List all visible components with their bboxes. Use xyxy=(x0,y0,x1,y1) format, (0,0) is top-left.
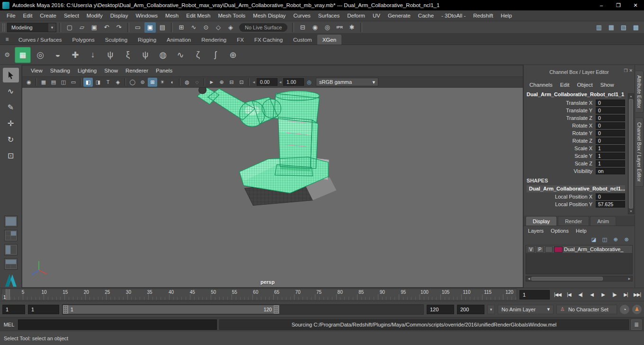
layer-color-swatch[interactable] xyxy=(554,246,563,253)
menu-mesh-display[interactable]: Mesh Display xyxy=(249,10,289,21)
xgen-shelf-icon[interactable]: ↓ xyxy=(85,47,101,63)
viewport-3d[interactable]: persp xyxy=(22,88,523,287)
xgen-shelf-icon[interactable]: ▦ xyxy=(15,47,31,63)
frame-selected-icon[interactable]: ⊡ xyxy=(237,78,246,87)
tab-render[interactable]: Render xyxy=(558,216,589,226)
current-frame-field[interactable]: 1 xyxy=(519,290,550,300)
shelf-tab-rigging[interactable]: Rigging xyxy=(133,35,161,45)
xgen-shelf-icon[interactable]: ʃ xyxy=(207,47,224,63)
animation-end-field[interactable]: 200 xyxy=(457,305,484,314)
grid-toggle-icon[interactable]: ▦ xyxy=(39,78,48,87)
playback-options-button[interactable]: ◔ xyxy=(620,305,629,314)
menu-display[interactable]: Display xyxy=(107,10,132,21)
channel-value-field[interactable]: 0 xyxy=(596,107,625,114)
channel-value-field[interactable]: 1 xyxy=(596,145,625,152)
color-management-toggle-icon[interactable]: ◎ xyxy=(304,78,314,87)
shape-node-name[interactable]: Dual_Arm_Collaborative_Robot_ncl1... xyxy=(527,185,625,192)
menu-set-selector[interactable]: Modeling ▾ xyxy=(7,23,56,32)
lasso-tool-button[interactable]: ∿ xyxy=(3,84,19,99)
motion-blur-toggle-icon[interactable]: ⊞ xyxy=(148,78,157,87)
go-to-end-button[interactable]: ▶▶| xyxy=(632,290,643,300)
close-panel-icon[interactable]: ✕ xyxy=(629,68,633,73)
xgen-shelf-icon[interactable]: ∿ xyxy=(172,47,188,63)
xgen-shelf-icon[interactable]: ζ xyxy=(190,47,206,63)
animation-preferences-button[interactable]: ♟ xyxy=(632,305,642,314)
animation-start-field[interactable]: 1 xyxy=(2,305,25,314)
menu-edit[interactable]: Edit xyxy=(19,10,36,21)
select-camera-icon[interactable]: ◉ xyxy=(24,78,34,87)
use-all-lights-icon[interactable]: ◈ xyxy=(113,78,123,87)
menu-mesh[interactable]: Mesh xyxy=(161,10,182,21)
plugin-display-icon[interactable]: ► xyxy=(207,78,216,87)
menu-file[interactable]: File xyxy=(3,10,19,21)
menu-modify[interactable]: Modify xyxy=(83,10,107,21)
channel-label[interactable]: Scale Z xyxy=(575,161,592,166)
select-component-mask-button[interactable]: ▤ xyxy=(157,22,168,33)
group-separator[interactable] xyxy=(360,23,362,32)
redo-button[interactable]: ↷ xyxy=(113,22,125,33)
playback-range-bar[interactable]: 1 120 xyxy=(63,305,279,314)
channel-label[interactable]: Translate X xyxy=(566,100,592,106)
resolution-gate-icon[interactable]: ◫ xyxy=(59,78,68,87)
menu-help[interactable]: Help xyxy=(497,10,516,21)
channel-label[interactable]: Local Position X xyxy=(555,194,592,200)
xgen-shelf-icon[interactable]: ◒ xyxy=(50,47,66,63)
xgen-shelf-icon[interactable]: ◍ xyxy=(155,47,171,63)
timeline-playhead[interactable] xyxy=(6,289,10,300)
shelf-tab-animation[interactable]: Animation xyxy=(161,35,196,45)
attribute-editor-toggle-icon[interactable]: ▦ xyxy=(606,22,617,33)
channel-label[interactable]: Scale X xyxy=(574,145,592,151)
group-separator[interactable] xyxy=(171,23,173,32)
minimize-button[interactable]: – xyxy=(593,0,610,10)
move-layer-down-icon[interactable]: ◫ xyxy=(600,236,609,243)
command-result[interactable]: Sourcing C:/ProgramData/Redshift/Plugins… xyxy=(219,319,629,330)
layer-row[interactable]: V P Dual_Arm_Collaborative_ xyxy=(526,245,632,254)
group-separator[interactable] xyxy=(127,23,129,32)
tab-attribute-editor[interactable]: Attribute Editor xyxy=(635,71,644,113)
menu-options[interactable]: Options xyxy=(551,228,569,234)
snap-to-grid-button[interactable]: ⊞ xyxy=(176,22,187,33)
range-slider-track[interactable]: 1 120 xyxy=(62,304,424,315)
menu-3dtoall[interactable]: - 3DtoAll - xyxy=(438,10,469,21)
shelf-tab-fx-caching[interactable]: FX Caching xyxy=(249,35,288,45)
menu-cache[interactable]: Cache xyxy=(414,10,438,21)
play-backwards-button[interactable]: ◀ xyxy=(586,290,597,300)
menu-surfaces[interactable]: Surfaces xyxy=(314,10,343,21)
paint-select-tool-button[interactable]: ✎ xyxy=(3,100,19,115)
script-editor-icon[interactable]: ≣ xyxy=(631,319,642,330)
float-panel-icon[interactable]: ❐ xyxy=(624,68,627,73)
layout-four-pane-button[interactable] xyxy=(4,230,18,241)
menu-layers[interactable]: Layers xyxy=(528,228,544,234)
group-separator[interactable] xyxy=(59,23,61,32)
menu-uv[interactable]: UV xyxy=(369,10,384,21)
layer-playback-toggle[interactable]: P xyxy=(536,246,544,253)
select-hierarchy-mask-button[interactable]: ▭ xyxy=(132,22,143,33)
exposure-field[interactable]: 0.00 xyxy=(257,78,277,86)
default-lighting-icon[interactable]: ☀ xyxy=(158,78,167,87)
shaded-display-icon[interactable]: ◨ xyxy=(93,78,103,87)
render-settings-button[interactable]: ✱ xyxy=(346,22,358,33)
xgen-shelf-icon[interactable]: ψ xyxy=(102,47,118,63)
menu-curves[interactable]: Curves xyxy=(289,10,314,21)
subtract-display-icon[interactable]: ⊟ xyxy=(227,78,236,87)
xgen-shelf-icon[interactable]: ◎ xyxy=(32,47,48,63)
command-language-label[interactable]: MEL xyxy=(2,322,16,327)
menu-windows[interactable]: Windows xyxy=(132,10,161,21)
shelf-tab-custom[interactable]: Custom xyxy=(288,35,317,45)
menu-create[interactable]: Create xyxy=(36,10,60,21)
statusline-grip[interactable] xyxy=(2,23,5,32)
layout-single-pane-button[interactable] xyxy=(4,216,18,227)
wireframe-on-shaded-icon[interactable]: ◧ xyxy=(83,78,93,87)
menu-help-le[interactable]: Help xyxy=(576,228,587,234)
play-forwards-button[interactable]: ▶ xyxy=(598,290,608,300)
scroll-left-icon[interactable]: ◀ xyxy=(527,276,531,281)
film-gate-icon[interactable]: ▤ xyxy=(49,78,58,87)
step-forward-frame-button[interactable]: ▶| xyxy=(620,290,631,300)
select-object-mask-button[interactable]: ▣ xyxy=(144,22,156,33)
gate-mask-icon[interactable]: ▭ xyxy=(69,78,78,87)
snap-to-points-button[interactable]: ⊙ xyxy=(200,22,212,33)
toolbox-toggle-icon[interactable]: ▧ xyxy=(618,22,629,33)
layout-two-pane-button[interactable] xyxy=(4,244,18,255)
layer-visibility-toggle[interactable]: V xyxy=(527,246,535,253)
gamma-reset-icon[interactable]: ◂ xyxy=(278,80,283,84)
